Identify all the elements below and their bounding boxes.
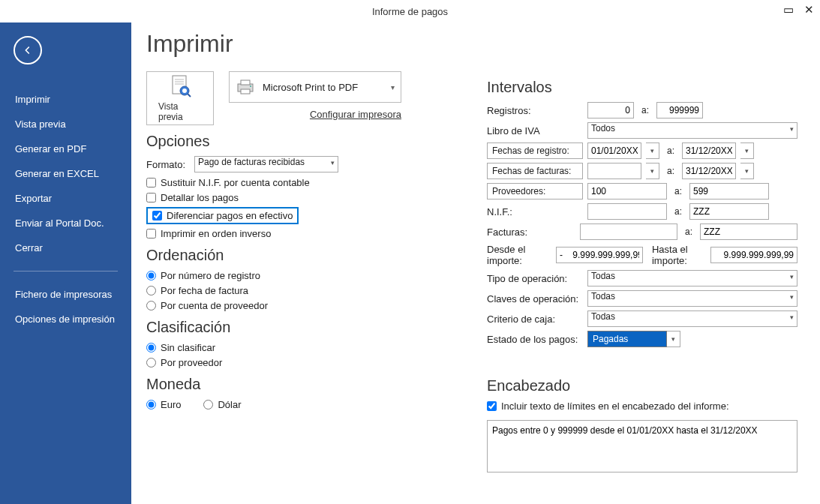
moneda-dolar-radio[interactable]: Dólar — [203, 399, 241, 410]
facturas-label: Facturas: — [487, 226, 575, 238]
nif-label: N.I.F.: — [487, 206, 583, 218]
ordenacion-heading: Ordenación — [146, 247, 457, 264]
config-printer-link[interactable]: Configurar impresora — [229, 109, 401, 120]
close-icon[interactable]: ✕ — [804, 3, 814, 16]
fecha-fac-to-input[interactable] — [682, 163, 736, 179]
svg-line-6 — [188, 94, 191, 97]
prov-from-input[interactable] — [587, 183, 667, 200]
estado-label: Estado de los pagos: — [487, 334, 583, 345]
criterio-select[interactable]: Todas — [587, 310, 797, 327]
chevron-down-icon[interactable]: ▾ — [667, 331, 680, 347]
detallar-checkbox[interactable]: Detallar los pagos — [146, 192, 457, 203]
registros-label: Registros: — [487, 105, 583, 116]
formato-label: Formato: — [146, 159, 190, 170]
sidebar-item-generar-pdf[interactable]: Generar en PDF — [0, 136, 131, 161]
claves-label: Claves de operación: — [487, 293, 583, 304]
opciones-heading: Opciones — [146, 133, 457, 150]
prov-to-input[interactable] — [689, 183, 769, 200]
vista-previa-label: Vista previa — [158, 101, 202, 122]
registros-to-input[interactable] — [656, 102, 703, 118]
estado-select[interactable]: Pagadas ▾ — [587, 331, 680, 347]
sidebar-item-vista-previa[interactable]: Vista previa — [0, 112, 131, 136]
fecha-reg-from-input[interactable] — [587, 142, 641, 159]
chevron-down-icon[interactable]: ▾ — [740, 142, 754, 159]
clasificacion-heading: Clasificación — [146, 319, 457, 336]
clas-sin-radio[interactable]: Sin clasificar — [146, 342, 457, 353]
orden-fecha-radio[interactable]: Por fecha de factura — [146, 285, 457, 296]
svg-point-10 — [250, 86, 251, 87]
fecha-fac-from-input[interactable] — [587, 163, 641, 179]
tipo-select[interactable]: Todas — [587, 270, 797, 286]
nif-to-input[interactable] — [689, 203, 769, 220]
sidebar-item-generar-excel[interactable]: Generar en EXCEL — [0, 161, 131, 186]
back-button[interactable] — [14, 36, 42, 64]
inverso-checkbox[interactable]: Imprimir en orden inverso — [146, 228, 457, 239]
document-preview-icon — [167, 74, 194, 100]
facturas-to-input[interactable] — [700, 224, 797, 240]
titlebar: Informe de pagos ▭ ✕ — [0, 0, 820, 22]
criterio-label: Criterio de caja: — [487, 314, 583, 325]
svg-rect-9 — [241, 89, 250, 94]
sustituir-checkbox[interactable]: Sustituir N.I.F. por cuenta contable — [146, 177, 457, 188]
proveedores-button[interactable]: Proveedores: — [487, 183, 583, 200]
printer-name: Microsoft Print to PDF — [263, 82, 358, 93]
window-title: Informe de pagos — [372, 6, 448, 17]
chevron-down-icon: ▾ — [391, 83, 395, 92]
orden-cuenta-radio[interactable]: Por cuenta de proveedor — [146, 300, 457, 311]
claves-select[interactable]: Todas — [587, 290, 797, 307]
desde-importe-input[interactable] — [556, 247, 643, 263]
sidebar-item-exportar[interactable]: Exportar — [0, 186, 131, 211]
orden-registro-radio[interactable]: Por número de registro — [146, 270, 457, 281]
sidebar-item-cerrar[interactable]: Cerrar — [0, 236, 131, 260]
sidebar-item-opciones-impresion[interactable]: Opciones de impresión — [0, 307, 131, 332]
facturas-from-input[interactable] — [580, 224, 677, 240]
intervalos-heading: Intervalos — [487, 79, 797, 96]
hasta-importe-input[interactable] — [710, 247, 797, 263]
svg-rect-8 — [241, 80, 250, 85]
sidebar: Imprimir Vista previa Generar en PDF Gen… — [0, 22, 131, 504]
fecha-reg-to-input[interactable] — [682, 142, 736, 159]
arrow-left-icon — [22, 44, 34, 56]
desde-importe-label: Desde el importe: — [487, 244, 551, 266]
libro-label: Libro de IVA — [487, 125, 583, 136]
moneda-heading: Moneda — [146, 376, 457, 393]
fechas-registro-button[interactable]: Fechas de registro: — [487, 142, 583, 159]
maximize-icon[interactable]: ▭ — [783, 3, 794, 16]
chevron-down-icon[interactable]: ▾ — [646, 163, 659, 179]
chevron-down-icon[interactable]: ▾ — [740, 163, 754, 179]
clas-proveedor-radio[interactable]: Por proveedor — [146, 357, 457, 368]
incluir-texto-checkbox[interactable]: Incluir texto de límites en el encabezad… — [487, 400, 797, 412]
main-content: Imprimir Vista previa — [131, 22, 820, 504]
libro-select[interactable]: Todos — [587, 122, 797, 139]
sidebar-item-imprimir[interactable]: Imprimir — [0, 87, 131, 112]
formato-select[interactable]: Pago de facturas recibidas — [194, 156, 338, 172]
nif-from-input[interactable] — [587, 203, 667, 220]
registros-from-input[interactable] — [587, 102, 634, 118]
diferenciar-checkbox[interactable]: Diferenciar pagos en efectivo — [146, 207, 299, 224]
encabezado-heading: Encabezado — [487, 377, 797, 394]
sidebar-separator — [14, 271, 118, 272]
printer-icon — [236, 79, 255, 95]
page-title: Imprimir — [146, 30, 797, 58]
sidebar-item-fichero-impresoras[interactable]: Fichero de impresoras — [0, 282, 131, 307]
fechas-facturas-button[interactable]: Fechas de facturas: — [487, 163, 583, 179]
vista-previa-button[interactable]: Vista previa — [146, 71, 214, 125]
printer-select[interactable]: Microsoft Print to PDF ▾ — [229, 71, 401, 103]
hasta-importe-label: Hasta el importe: — [647, 244, 706, 266]
encabezado-textarea[interactable] — [487, 420, 797, 472]
svg-point-5 — [182, 88, 187, 93]
tipo-label: Tipo de operación: — [487, 273, 583, 284]
moneda-euro-radio[interactable]: Euro — [146, 399, 181, 410]
chevron-down-icon[interactable]: ▾ — [646, 142, 659, 159]
sidebar-item-enviar-portal[interactable]: Enviar al Portal Doc. — [0, 211, 131, 236]
